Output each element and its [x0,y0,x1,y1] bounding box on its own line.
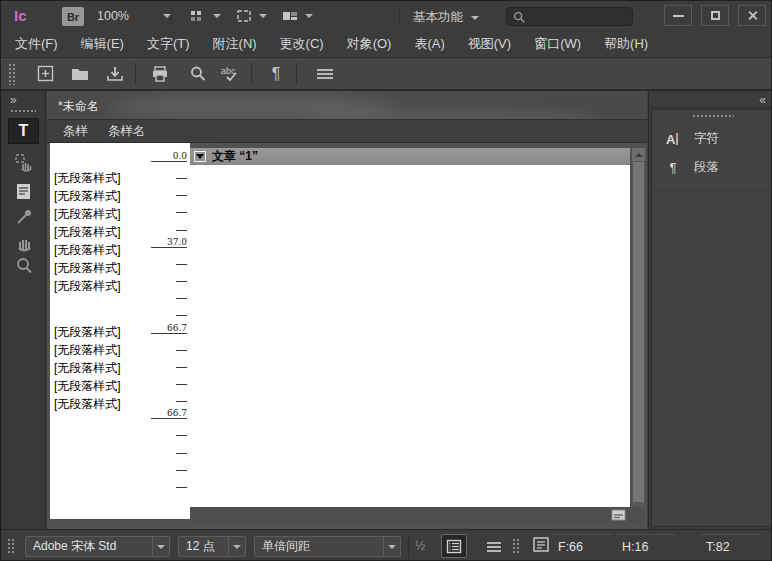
menu-item[interactable]: 窗口(W) [534,35,581,53]
expand-tools-icon[interactable]: » [10,93,15,107]
divider [552,534,612,535]
divider [251,63,252,85]
paragraph-style-row[interactable]: [无段落样式] [54,277,154,295]
font-family-select[interactable]: Adobe 宋体 Std [25,536,170,557]
page-fit-button[interactable] [610,508,627,526]
story-title: 文章 “1” [212,148,258,165]
copyfit-depth-stat: H:16 [622,540,648,554]
new-document-button[interactable] [32,61,58,87]
minimize-button[interactable] [664,5,692,26]
view-options-menu[interactable] [189,8,221,24]
type-tool[interactable]: T [8,118,39,144]
paragraph-style-row[interactable]: [无段落样式] [54,223,154,241]
search-icon [188,64,208,83]
document-tab[interactable]: *未命名 [58,98,99,115]
paragraph-style-row[interactable]: [无段落样式] [54,259,154,277]
pilcrow-icon: ¶ [272,65,281,83]
chevron-down-icon [259,14,267,18]
menu-item[interactable]: 对象(O) [347,35,392,53]
menu-item[interactable]: 帮助(H) [604,35,648,53]
arrange-documents-menu[interactable] [281,8,313,24]
paragraph-style-row[interactable]: [无段落样式] [54,341,154,359]
right-panel-dock: « A 字符 ¶ 段 [648,91,772,529]
paragraph-panel-button[interactable]: ¶ 段落 [652,153,771,182]
paragraph-style-row[interactable]: [无段落样式] [54,205,154,223]
paragraph-style-row[interactable]: [无段落样式] [54,187,154,205]
divider [700,534,760,535]
galley-info-toggle[interactable] [441,534,467,558]
menu-item[interactable]: 附注(N) [213,35,257,53]
view-tab-story[interactable]: 条样名 [108,123,146,140]
eyedropper-tool[interactable] [8,204,39,230]
open-document-button[interactable] [67,61,93,87]
scroll-up-button[interactable] [632,148,645,161]
note-tool[interactable] [8,179,39,205]
divider [171,7,172,25]
zoom-level-value: 100% [97,9,129,23]
leading-select[interactable]: 单倍间距 [254,536,401,557]
statusbar-grip[interactable] [7,538,14,555]
position-tool[interactable] [8,150,39,176]
menu-item[interactable]: 更改(C) [280,35,324,53]
paragraph-style-row[interactable]: [无段落样式] [54,377,154,395]
ruler-tick [176,195,187,196]
menu-item[interactable]: 表(A) [414,35,444,53]
menu-item[interactable]: 编辑(E) [81,35,124,53]
view-tab-galley[interactable]: 条样 [63,123,88,140]
scrollbar-thumb[interactable] [633,162,644,502]
main-workspace: » T [1,91,772,529]
fraction-button[interactable]: ½ [415,539,425,553]
story-editor[interactable]: 文章 “1” [190,148,630,507]
zoom-tool[interactable] [8,253,39,279]
ruler-label: 66.7 [151,408,187,419]
collapse-dock-icon[interactable]: « [759,93,764,107]
vertical-scrollbar[interactable] [632,148,645,507]
zoom-level-dropdown[interactable]: 100% [97,9,171,23]
chevron-down-icon [471,16,479,20]
collapse-story-control[interactable] [194,151,206,162]
view-options-icon [189,8,207,24]
statusbar-grip[interactable] [512,538,519,555]
maximize-button[interactable] [701,5,729,26]
save-button[interactable] [102,61,128,87]
arrange-documents-icon [281,8,299,24]
list-view-icon [446,539,462,554]
font-size-select[interactable]: 12 点 [178,536,246,557]
paragraph-style-row[interactable]: [无段落样式] [54,241,154,259]
menu-item[interactable]: 视图(V) [468,35,511,53]
spell-check-button[interactable]: abc [218,61,244,87]
chevron-down-icon [305,14,313,18]
paragraph-style-row[interactable]: [无段落样式] [54,359,154,377]
ruler-tick [176,435,187,436]
incopy-logo-icon: Ic [14,7,27,24]
search-input[interactable] [526,11,626,23]
dock-grip[interactable] [692,114,734,119]
menu-item[interactable]: 文件(F) [15,35,58,53]
story-header-bar[interactable]: 文章 “1” [190,148,630,165]
tools-grip[interactable] [10,109,36,114]
close-button[interactable] [738,5,766,26]
statusbar-menu-button[interactable] [481,534,507,558]
hand-tool[interactable] [8,229,39,255]
character-panel-button[interactable]: A 字符 [652,124,771,153]
hidden-characters-button[interactable]: ¶ [263,61,289,87]
chevron-down-icon [228,537,245,556]
print-button[interactable] [147,61,173,87]
menu-item[interactable]: 文字(T) [147,35,190,53]
triangle-down-icon [196,154,204,159]
close-icon [747,10,758,21]
screen-mode-menu[interactable] [235,8,267,24]
workspace-switcher[interactable]: 基本功能 [413,9,479,26]
paragraph-style-row[interactable]: [无段落样式] [54,169,154,187]
find-change-button[interactable] [185,61,211,87]
divider [135,63,136,85]
toolbar-menu-button[interactable] [312,61,338,87]
toolbar-grip[interactable] [8,63,16,85]
search-box[interactable] [506,7,633,26]
svg-text:A: A [666,132,676,147]
paragraph-style-row[interactable]: [无段落样式] [54,395,154,413]
paragraph-style-row[interactable]: [无段落样式] [54,323,154,341]
screen-mode-icon [235,8,253,24]
bridge-button[interactable]: Br [62,7,84,26]
ruler-tick [176,350,187,351]
